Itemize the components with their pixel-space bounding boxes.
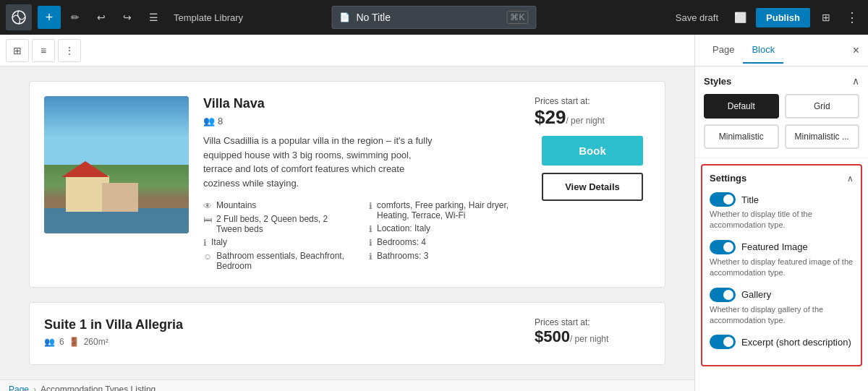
panel-close-button[interactable]: × <box>853 44 859 57</box>
breadcrumb-current: Accommodation Types Listing <box>41 384 156 391</box>
bed-icon: 🛏 <box>203 215 212 225</box>
title-toggle[interactable] <box>710 192 736 207</box>
wp-logo[interactable] <box>6 4 32 30</box>
featured-image-setting-label: Featured Image <box>741 241 808 252</box>
feature-extras: ℹ comforts, Free parking, Hair dryer, He… <box>369 199 520 272</box>
gallery-toggle[interactable] <box>710 288 736 302</box>
sea-visual <box>44 208 189 233</box>
block-view-button[interactable]: ⊞ <box>6 39 29 62</box>
feature-text: Bedrooms: 4 <box>377 237 426 247</box>
edit-icon-button[interactable]: ✏ <box>64 6 87 29</box>
style-option-grid[interactable]: Grid <box>785 94 860 119</box>
settings-title: Settings <box>710 173 746 184</box>
card2-pricing: Prices start at: $500/ per night <box>535 317 650 350</box>
breadcrumb-separator: › <box>33 384 36 391</box>
styles-title: Styles <box>704 76 731 87</box>
guests-icon: 👥 <box>203 116 215 126</box>
redo-button[interactable]: ↪ <box>116 6 139 29</box>
pricing-amount-2: $500/ per night <box>535 327 650 346</box>
guests2-icon: 👥 <box>44 337 55 347</box>
main-layout: ⊞ ≡ ⋮ Villa Nava <box>0 35 868 391</box>
per-night-label: / per night <box>566 116 604 126</box>
save-draft-button[interactable]: Save draft <box>670 9 724 26</box>
setting-title-row: Title <box>710 192 854 207</box>
title-area[interactable]: 📄 ⌘K <box>331 6 536 29</box>
editor-toolbar: ⊞ ≡ ⋮ <box>0 35 694 66</box>
setting-title: Title Whether to display title of the ac… <box>710 192 854 231</box>
accommodation-card-1: Villa Nava 👥 8 Villa Csadillia is a popu… <box>29 81 665 288</box>
style-option-minimalistic2[interactable]: Minimalistic ... <box>785 124 860 149</box>
editor-content: Villa Nava 👥 8 Villa Csadillia is a popu… <box>0 66 694 379</box>
prices-start-label2: Prices start at: <box>535 317 650 327</box>
feature-text: Italy <box>211 237 227 247</box>
pricing-label-1: Prices start at: $29/ per night <box>535 96 650 129</box>
card-pricing-1: Prices start at: $29/ per night Book Vie… <box>535 96 650 272</box>
guests-count: 8 <box>218 116 223 126</box>
publish-button[interactable]: Publish <box>756 8 810 27</box>
list-view-button[interactable]: ☰ <box>142 6 165 29</box>
title-toggle-slider <box>710 192 736 207</box>
pricing-label-2: Prices start at: $500/ per night <box>535 317 650 346</box>
accommodation-card-2: Suite 1 in Villa Allegria 👥 6 🚪 260m² Pr… <box>29 302 665 365</box>
eye-icon: 👁 <box>203 201 212 211</box>
excerpt-toggle[interactable] <box>710 335 736 349</box>
setting-excerpt-row: Excerpt (short description) <box>710 335 854 349</box>
list-view-toolbar-button[interactable]: ≡ <box>32 39 55 62</box>
pricing-amount-1: $29/ per night <box>535 106 650 129</box>
settings-header: Settings ∧ <box>710 173 854 184</box>
card-image-1 <box>44 96 189 233</box>
feature-text: 2 Full beds, 2 Queen beds, 2 Tween beds <box>216 214 354 234</box>
bathrooms-icon: ℹ <box>369 252 373 262</box>
add-block-button[interactable]: + <box>38 6 61 29</box>
template-library-button[interactable]: Template Library <box>168 9 249 26</box>
more-tools-button[interactable]: ⋮ <box>58 39 81 62</box>
price-value: $29 <box>535 106 566 128</box>
setting-gallery: Gallery Whether to display gallery of th… <box>710 288 854 327</box>
settings-toggle-button[interactable]: ∧ <box>847 173 854 184</box>
location-icon: ℹ <box>369 224 373 234</box>
title-bar: 📄 ⌘K <box>331 6 536 29</box>
feature-text: comforts, Free parking, Hair dryer, Heat… <box>377 200 520 220</box>
topbar-right: Save draft ⬜ Publish ⊞ ⋮ <box>670 7 862 27</box>
feature-text: Bathroom essentials, Beachfront, Bedroom <box>216 251 354 271</box>
excerpt-setting-label: Excerpt (short description) <box>741 337 851 348</box>
feature-text: Mountains <box>216 200 256 210</box>
feature-text: Bathrooms: 3 <box>377 251 428 261</box>
card-features-1: 👁 Mountains 🛏 2 Full beds, 2 Queen beds,… <box>203 199 520 272</box>
guests2-text: 6 <box>59 337 64 347</box>
featured-image-setting-desc: Whether to display featured image of the… <box>710 257 854 279</box>
featured-image-toggle[interactable] <box>710 240 736 254</box>
tab-block[interactable]: Block <box>743 37 783 64</box>
breadcrumb-page[interactable]: Page <box>9 384 29 391</box>
card-guests-1: 👥 8 <box>203 116 520 126</box>
roof1-visual <box>61 161 109 177</box>
settings-section: Settings ∧ Title Whether to display titl… <box>701 164 862 366</box>
title-setting-desc: Whether to display title of the accommod… <box>710 209 854 231</box>
preview-button[interactable]: ⬜ <box>730 7 750 27</box>
room-icon: 🚪 <box>69 337 80 347</box>
card-image-visual <box>44 96 189 233</box>
feature-mountains: 👁 Mountains 🛏 2 Full beds, 2 Queen beds,… <box>203 199 354 272</box>
prices-start-label: Prices start at: <box>535 96 650 106</box>
gallery-toggle-slider <box>710 288 736 302</box>
styles-toggle-button[interactable]: ∧ <box>852 75 859 87</box>
tab-page[interactable]: Page <box>704 37 743 64</box>
sidebar-toggle-button[interactable]: ⊞ <box>816 7 836 27</box>
style-options-grid: Default Grid Minimalistic Minimalistic .… <box>704 94 859 149</box>
card-title-2: Suite 1 in Villa Allegria <box>44 317 520 332</box>
view-details-button[interactable]: View Details <box>542 173 643 201</box>
more-options-button[interactable]: ⋮ <box>842 7 862 27</box>
excerpt-toggle-slider <box>710 335 736 349</box>
card2-info: Suite 1 in Villa Allegria 👥 6 🚪 260m² <box>44 317 520 350</box>
book-button[interactable]: Book <box>542 136 643 166</box>
setting-featured-image: Featured Image Whether to display featur… <box>710 240 854 279</box>
featured-image-toggle-slider <box>710 240 736 254</box>
style-option-default[interactable]: Default <box>704 94 779 119</box>
house2-visual <box>102 183 138 212</box>
page-title-input[interactable] <box>356 12 501 23</box>
undo-button[interactable]: ↩ <box>90 6 113 29</box>
style-option-minimalistic[interactable]: Minimalistic <box>704 124 779 149</box>
panel-tabs: Page Block × <box>695 35 868 66</box>
keyboard-shortcut: ⌘K <box>506 11 528 24</box>
gallery-setting-desc: Whether to display gallery of the accomm… <box>710 304 854 327</box>
